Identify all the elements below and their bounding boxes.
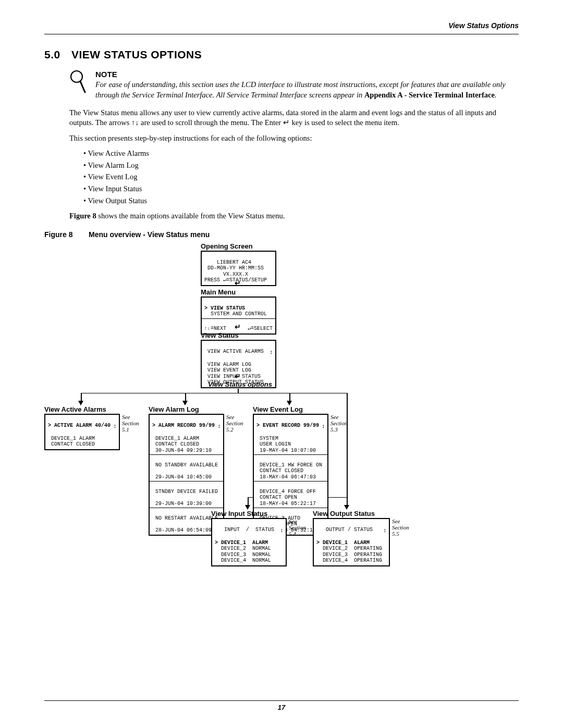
section-number: 5.0 [44, 47, 71, 62]
lcd-line: ALARM [252, 540, 268, 546]
note-heading: NOTE [95, 69, 519, 80]
diagram: Opening Screen LIEBERT AC4 DD-MON-YY HR:… [44, 242, 519, 565]
lcd-header: > EVENT RECORD 99/99 [256, 423, 319, 430]
connector-line [185, 393, 186, 401]
updown-icon [384, 527, 387, 534]
lcd-header: OUTPUT / STATUS [316, 527, 373, 534]
lcd-line: 18-MAY-04 06:47:03 [256, 474, 316, 480]
lcd-line: CONTACT CLOSED [152, 441, 199, 447]
lcd-line: VX.XXX.X [204, 272, 248, 277]
lcd-line: SYSTEM [256, 436, 278, 441]
figure-ref: Figure 8 [69, 212, 96, 220]
lcd-line: OPERATING [354, 546, 382, 551]
lcd-line: OPERATING [354, 558, 382, 563]
view-alarm-log-title: View Alarm Log [149, 405, 247, 414]
lcd-line: 29-JUN-04 10:39:00 [152, 501, 212, 507]
see-section-5-1: See Section 5.1 [122, 414, 143, 450]
list-item: View Active Alarms [83, 149, 519, 159]
view-output-status-title: View Output Status [313, 509, 413, 519]
list-item: View Input Status [83, 184, 519, 194]
lcd-line: 28-JUN-04 06:54:09 [152, 527, 212, 533]
lcd-line: SYSTEM AND CONTROL [204, 311, 267, 317]
lcd-line: NO RESTART AVAILABLE [152, 515, 218, 521]
para3-rest: shows the main options available from th… [96, 212, 285, 220]
figure-caption-text: Menu overview - View Status menu [89, 230, 210, 239]
lcd-line: ALARM [354, 540, 370, 546]
note-body-bold: Appendix A - Service Terminal Interface [364, 91, 495, 99]
lcd-line: CONTACT CLOSED [256, 468, 303, 474]
see-section-5-4: See Section 5.4 [289, 518, 310, 566]
lcd-line: DEVICE_2 [316, 546, 348, 551]
view-active-alarms-title: View Active Alarms [44, 405, 143, 414]
lcd-line: DEVICE_3 [316, 552, 348, 558]
lcd-line: > VIEW STATUS [204, 305, 245, 311]
section-heading-text: VIEW STATUS OPTIONS [71, 48, 202, 60]
connector-line [248, 497, 249, 505]
lcd-line: NO STANDBY AVAILABLE [152, 462, 218, 468]
lcd-line: NORMAL [252, 552, 271, 558]
lcd-line: STNDBY DEVICE FAILED [152, 489, 218, 495]
updown-icon [270, 349, 273, 356]
lcd-line: 29-JUN-04 10:45:00 [152, 474, 212, 480]
options-list: View Active Alarms View Alarm Log View E… [83, 149, 519, 206]
lcd-line: VIEW ACTIVE ALARMS [204, 349, 264, 356]
lcd-line: CONTACT OPEN [256, 495, 297, 500]
lcd-header: > ACTIVE ALARM 40/40 [48, 423, 111, 430]
opening-screen-title: Opening Screen [201, 242, 276, 251]
lcd-line: NORMAL [252, 558, 271, 563]
paragraph-3: Figure 8 shows the main options availabl… [69, 211, 519, 221]
view-output-status-lcd: OUTPUT / STATUS > DEVICE_1 ALARM DEVICE_… [313, 518, 390, 566]
enter-arrow-icon: ↵ [235, 278, 241, 288]
updown-icon [280, 527, 284, 534]
view-input-status-lcd: INPUT / STATUS > DEVICE_1 ALARM DEVICE_2… [211, 518, 287, 566]
list-item: View Event Log [83, 172, 519, 182]
page-number: 17 [0, 703, 563, 712]
updown-icon [322, 423, 325, 430]
figure-label: Figure 8 [44, 230, 89, 240]
lcd-line: DEVICE_3 [215, 552, 246, 558]
magnifier-icon [69, 69, 86, 100]
running-header: View Status Options [44, 21, 519, 34]
updown-icon [114, 423, 117, 430]
view-status-options-label: View Status options [208, 380, 272, 389]
lcd-line: 18-MAY-04 05:22:17 [256, 501, 316, 507]
lcd-line: DEVICE_1 ALARM [152, 436, 199, 441]
lcd-line: VIEW EVENT LOG [204, 367, 251, 373]
updown-icon [218, 423, 221, 430]
view-status-title: View Status [201, 331, 276, 340]
lcd-line: DD-MON-YY HR:MM:SS [204, 265, 264, 271]
lcd-line: USER LOGIN [256, 441, 291, 447]
lcd-line: DEVICE_4 [316, 558, 348, 563]
connector-line [81, 393, 82, 401]
lcd-line: 30-JUN-04 09:29:10 [152, 448, 212, 453]
lcd-line: OPERATING [354, 552, 382, 558]
lcd-line: DEVICE_2 [215, 546, 246, 551]
connector-line [289, 393, 290, 401]
lcd-line: DEVICE_4 [215, 558, 246, 563]
lcd-line: NORMAL [252, 546, 271, 551]
connector-line [238, 389, 239, 393]
see-section-5-5: See Section 5.5 [392, 518, 413, 566]
lcd-line: CONTACT CLOSED [48, 441, 95, 447]
lcd-line: LIEBERT AC4 [204, 260, 251, 265]
paragraph-1: The View Status menu allows any user to … [69, 108, 519, 128]
note-block: NOTE For ease of understanding, this sec… [69, 69, 519, 100]
lcd-line: 19-MAY-04 10:07:00 [256, 448, 316, 453]
connector-line [81, 393, 347, 394]
lcd-header: INPUT / STATUS [215, 527, 274, 534]
paragraph-2: This section presents step-by-step instr… [69, 133, 519, 144]
section-title: 5.0VIEW STATUS OPTIONS [44, 47, 519, 62]
lcd-line: > DEVICE_1 [316, 540, 348, 546]
view-active-alarms-lcd: > ACTIVE ALARM 40/40 DEVICE_1 ALARM CONT… [44, 414, 120, 450]
main-menu-title: Main Menu [201, 288, 276, 297]
note-body: For ease of understanding, this section … [95, 80, 519, 100]
lcd-line: > DEVICE_1 [215, 540, 246, 546]
lcd-header: > ALARM RECORD 99/99 [152, 423, 215, 430]
lcd-line: VIEW INPUT STATUS [204, 374, 261, 379]
svg-line-1 [80, 81, 85, 92]
list-item: View Alarm Log [83, 161, 519, 171]
view-event-log-title: View Event Log [253, 405, 351, 414]
lcd-line: DEVICE_1 HW FORCE ON [256, 462, 322, 468]
lcd-line: DEVICE_1 ALARM [48, 436, 95, 441]
list-item: View Output Status [83, 196, 519, 206]
